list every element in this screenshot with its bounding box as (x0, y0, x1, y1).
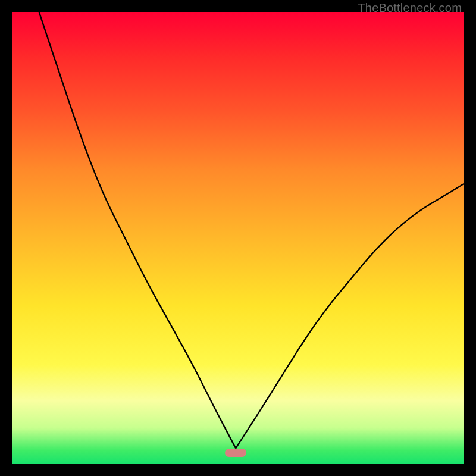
curve-left-branch (39, 12, 236, 448)
curve-right-branch (236, 184, 464, 449)
minimum-marker (225, 449, 246, 457)
bottleneck-curve (12, 12, 464, 464)
chart-frame: TheBottleneck.com (0, 0, 476, 476)
plot-area (12, 12, 464, 464)
